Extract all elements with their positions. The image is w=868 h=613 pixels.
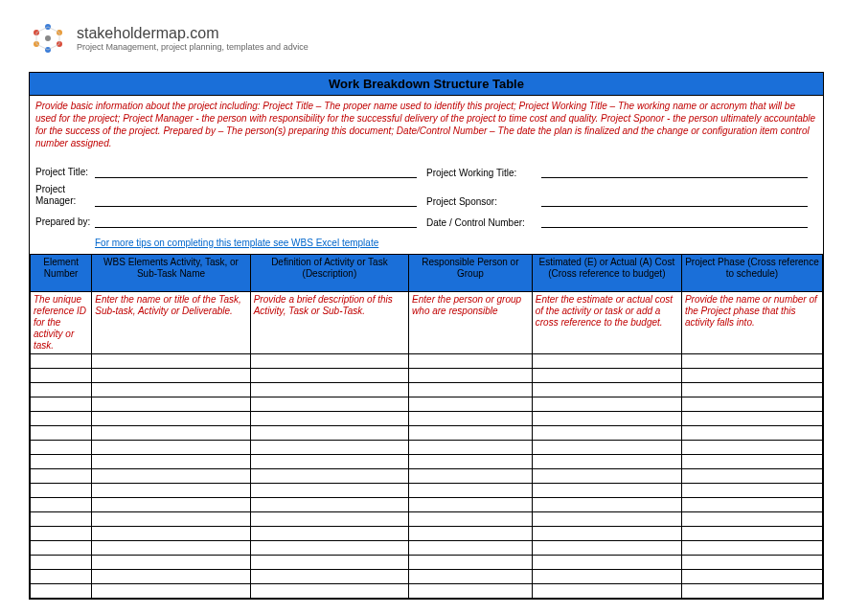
table-cell[interactable] [532,412,681,426]
table-cell[interactable] [532,383,681,397]
table-cell[interactable] [31,354,92,369]
table-cell[interactable] [409,527,533,541]
table-cell[interactable] [409,541,533,556]
table-cell[interactable] [532,570,681,584]
table-cell[interactable] [250,556,408,570]
table-cell[interactable] [409,397,533,412]
table-cell[interactable] [31,556,92,570]
table-cell[interactable] [532,354,681,369]
table-cell[interactable] [92,354,250,369]
table-cell[interactable] [250,484,408,498]
table-cell[interactable] [250,397,408,412]
tips-link[interactable]: For more tips on completing this templat… [35,234,817,254]
table-cell[interactable] [250,570,408,584]
table-cell[interactable] [681,498,822,512]
table-cell[interactable] [681,541,822,556]
table-cell[interactable] [31,484,92,498]
table-cell[interactable] [681,383,822,397]
table-cell[interactable] [92,527,250,541]
table-cell[interactable] [681,484,822,498]
table-cell[interactable] [92,412,250,426]
table-cell[interactable] [31,527,92,541]
table-cell[interactable] [92,469,250,484]
table-cell[interactable] [681,512,822,527]
table-cell[interactable] [532,584,681,599]
table-cell[interactable] [92,484,250,498]
table-cell[interactable] [250,383,408,397]
table-cell[interactable] [681,469,822,484]
table-cell[interactable] [31,455,92,469]
table-cell[interactable] [31,469,92,484]
table-cell[interactable] [250,455,408,469]
table-cell[interactable] [532,469,681,484]
table-cell[interactable] [250,541,408,556]
project-title-input[interactable] [95,163,417,178]
table-cell[interactable] [681,556,822,570]
table-cell[interactable] [31,584,92,599]
table-cell[interactable] [250,584,408,599]
table-cell[interactable] [31,426,92,441]
table-cell[interactable] [681,412,822,426]
table-cell[interactable] [92,383,250,397]
table-cell[interactable] [681,354,822,369]
table-cell[interactable] [31,570,92,584]
project-sponsor-input[interactable] [541,192,808,207]
table-cell[interactable] [409,383,533,397]
table-cell[interactable] [31,397,92,412]
table-cell[interactable] [409,498,533,512]
table-cell[interactable] [92,426,250,441]
table-cell[interactable] [250,369,408,383]
table-cell[interactable] [31,512,92,527]
table-cell[interactable] [92,512,250,527]
table-cell[interactable] [532,397,681,412]
table-cell[interactable] [409,441,533,455]
working-title-input[interactable] [541,163,808,178]
table-cell[interactable] [532,484,681,498]
table-cell[interactable] [681,527,822,541]
table-cell[interactable] [681,441,822,455]
table-cell[interactable] [92,397,250,412]
table-cell[interactable] [409,556,533,570]
table-cell[interactable] [31,441,92,455]
table-cell[interactable] [681,584,822,599]
table-cell[interactable] [250,426,408,441]
table-cell[interactable] [681,455,822,469]
table-cell[interactable] [681,397,822,412]
table-cell[interactable] [532,426,681,441]
table-cell[interactable] [31,369,92,383]
table-cell[interactable] [532,441,681,455]
table-cell[interactable] [31,412,92,426]
table-cell[interactable] [250,498,408,512]
table-cell[interactable] [532,541,681,556]
table-cell[interactable] [31,498,92,512]
table-cell[interactable] [409,512,533,527]
table-cell[interactable] [31,541,92,556]
table-cell[interactable] [250,469,408,484]
project-manager-input[interactable] [95,192,417,207]
table-cell[interactable] [250,354,408,369]
table-cell[interactable] [532,498,681,512]
table-cell[interactable] [409,584,533,599]
table-cell[interactable] [409,354,533,369]
table-cell[interactable] [532,556,681,570]
table-cell[interactable] [92,556,250,570]
date-control-input[interactable] [541,213,808,228]
table-cell[interactable] [532,512,681,527]
table-cell[interactable] [532,527,681,541]
table-cell[interactable] [409,469,533,484]
table-cell[interactable] [681,570,822,584]
table-cell[interactable] [92,570,250,584]
table-cell[interactable] [92,498,250,512]
table-cell[interactable] [92,541,250,556]
table-cell[interactable] [681,426,822,441]
table-cell[interactable] [31,383,92,397]
table-cell[interactable] [250,527,408,541]
table-cell[interactable] [409,570,533,584]
table-cell[interactable] [409,412,533,426]
table-cell[interactable] [250,441,408,455]
table-cell[interactable] [409,484,533,498]
table-cell[interactable] [409,369,533,383]
table-cell[interactable] [92,455,250,469]
table-cell[interactable] [409,455,533,469]
table-cell[interactable] [532,455,681,469]
